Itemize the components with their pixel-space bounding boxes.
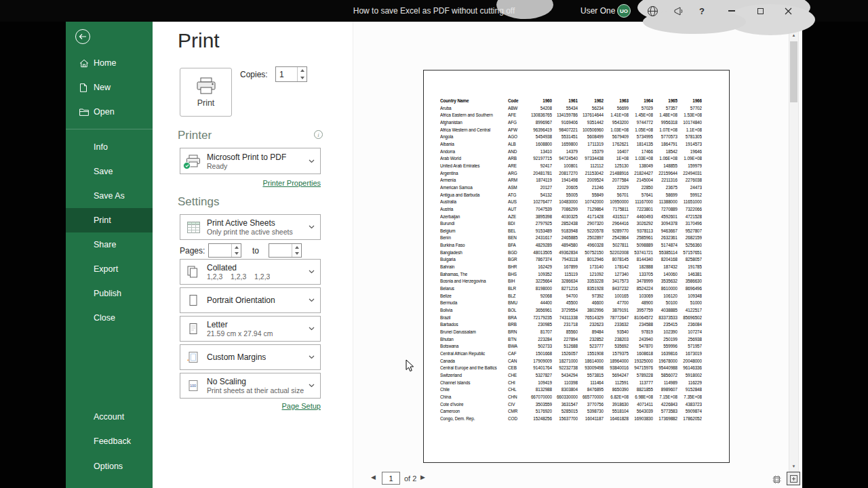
spin-up-icon[interactable] bbox=[295, 246, 299, 249]
print-what-dropdown[interactable]: Print Active Sheets Only print the activ… bbox=[180, 214, 321, 240]
table-row: Country NameCode196019611962196319641965… bbox=[440, 98, 702, 105]
scrollbar-thumb[interactable] bbox=[790, 41, 797, 102]
table-row: SwitzerlandCHE53278275434294557381556942… bbox=[440, 372, 702, 380]
print-button[interactable]: Print bbox=[180, 68, 232, 117]
table-row: BarbadosBRB23098523171823262323363223458… bbox=[440, 321, 702, 329]
sidebar-item-feedback[interactable]: Feedback bbox=[66, 429, 153, 453]
sidebar-item-share[interactable]: Share bbox=[66, 232, 153, 257]
table-row: AustraliaAUS1027647710483000107420001095… bbox=[440, 199, 702, 206]
table-row: Central Europe and the BalticsCEB9140176… bbox=[440, 365, 702, 372]
table-row: BelizeBLZ9206894700973921001651030691061… bbox=[440, 293, 702, 300]
sidebar-item-export[interactable]: Export bbox=[66, 257, 153, 281]
scaling-dropdown[interactable]: 100 No Scaling Print sheets at their act… bbox=[180, 373, 321, 399]
sidebar-item-close[interactable]: Close bbox=[66, 306, 153, 330]
zoom-to-page-button[interactable] bbox=[787, 472, 800, 485]
table-row: Channel IslandsCHI1094191103981114641125… bbox=[440, 380, 702, 387]
back-button[interactable] bbox=[75, 29, 90, 44]
spin-up-icon[interactable] bbox=[300, 69, 304, 72]
sidebar-item-info[interactable]: Info bbox=[66, 135, 153, 159]
svg-text:100: 100 bbox=[190, 384, 196, 388]
sidebar-item-label: New bbox=[94, 83, 111, 92]
pages-to-stepper[interactable] bbox=[269, 243, 302, 258]
printer-heading: Printer bbox=[178, 129, 212, 142]
pages-to-input[interactable] bbox=[269, 244, 292, 257]
sidebar-item-new[interactable]: New bbox=[66, 75, 153, 100]
print-backstage-content: Print Print Copies: Printer i bbox=[153, 22, 802, 488]
sidebar-item-home[interactable]: Home bbox=[66, 51, 153, 75]
spin-down-icon[interactable] bbox=[295, 252, 299, 255]
pages-label: Pages: bbox=[180, 246, 205, 256]
table-row: ArubaABW54208554345623456699570295735757… bbox=[440, 105, 702, 113]
custom-margins-icon: * bbox=[186, 351, 201, 363]
help-icon[interactable]: ? bbox=[696, 5, 708, 17]
sheets-grid-icon bbox=[186, 222, 201, 233]
svg-text:*: * bbox=[187, 359, 189, 363]
printer-icon bbox=[196, 77, 216, 95]
table-row: Brunei DarussalamBRN81707855608948493540… bbox=[440, 329, 702, 336]
margins-dropdown[interactable]: * Custom Margins bbox=[180, 344, 321, 370]
table-row: AlbaniaALB160880016598001711319176262118… bbox=[440, 141, 702, 148]
previous-page-button[interactable]: ◀ bbox=[371, 474, 376, 481]
table-row: Bahamas, TheBHS1093521151191210921273401… bbox=[440, 271, 702, 279]
printer-ready-check-icon bbox=[183, 162, 191, 169]
sidebar-item-options[interactable]: Options bbox=[66, 454, 153, 479]
sidebar-item-account[interactable]: Account bbox=[66, 405, 153, 429]
pages-from-stepper[interactable] bbox=[208, 243, 241, 258]
info-icon[interactable]: i bbox=[314, 130, 323, 139]
new-document-icon bbox=[79, 83, 90, 92]
preview-scrollbar[interactable]: ▲ ▼ bbox=[789, 30, 799, 472]
spin-down-icon[interactable] bbox=[235, 252, 239, 255]
avatar[interactable]: UO bbox=[617, 4, 631, 18]
collation-dropdown[interactable]: Collated 1,2,3 1,2,3 1,2,3 bbox=[180, 259, 321, 285]
orientation-dropdown[interactable]: Portrait Orientation bbox=[180, 287, 321, 313]
paper-size-dropdown[interactable]: Letter 21.59 cm x 27.94 cm bbox=[180, 316, 321, 342]
table-row: ArgentinaARG2048178120817270211530422148… bbox=[440, 170, 702, 178]
sidebar-item-save[interactable]: Save bbox=[66, 159, 153, 184]
minimize-button[interactable] bbox=[719, 0, 745, 22]
window-title: How to save Excel as PDF without cutting… bbox=[353, 6, 515, 16]
chevron-down-icon bbox=[309, 225, 315, 229]
feedback-icon[interactable] bbox=[672, 5, 686, 16]
copies-input[interactable] bbox=[276, 67, 297, 81]
copies-spin-arrows[interactable] bbox=[297, 67, 307, 81]
sidebar-item-label: Home bbox=[94, 58, 116, 68]
sidebar-item-print[interactable]: Print bbox=[66, 208, 153, 232]
user-name: User One bbox=[580, 6, 615, 16]
settings-heading: Settings bbox=[178, 195, 219, 209]
sidebar-item-publish[interactable]: Publish bbox=[66, 281, 153, 306]
table-row: Bosnia and HerzegovinaBIH322566432866343… bbox=[440, 278, 702, 285]
table-row: BoliviaBOL365696137295543802996387919139… bbox=[440, 307, 702, 314]
close-button[interactable] bbox=[774, 0, 802, 22]
globe-icon[interactable] bbox=[646, 5, 659, 17]
table-row: ChileCHL81329888303804847689586503908821… bbox=[440, 386, 702, 394]
printer-dropdown[interactable]: Microsoft Print to PDF Ready bbox=[180, 148, 321, 174]
excel-backstage-window: Home New Open Info Save Save As Print Sh… bbox=[66, 22, 802, 488]
table-row: AfghanistanAFG89969679169406935144295432… bbox=[440, 119, 702, 127]
table-row: Antigua and BarbudaATG541325500555849567… bbox=[440, 192, 702, 199]
close-icon bbox=[785, 7, 792, 15]
table-row: United Arab EmiratesARE92417100801112112… bbox=[440, 163, 702, 170]
backstage-sidebar: Home New Open Info Save Save As Print Sh… bbox=[66, 22, 153, 488]
sidebar-item-open[interactable]: Open bbox=[66, 100, 153, 124]
zoom-to-page-icon bbox=[789, 474, 798, 483]
sidebar-item-save-as[interactable]: Save As bbox=[66, 184, 153, 208]
no-scaling-icon: 100 bbox=[186, 380, 201, 392]
table-row: BermudaBMU444004550046600477004890050100… bbox=[440, 300, 702, 307]
pages-from-input[interactable] bbox=[209, 244, 231, 257]
current-page-input[interactable] bbox=[382, 472, 400, 485]
maximize-button[interactable] bbox=[747, 0, 773, 22]
show-margins-button[interactable] bbox=[771, 474, 783, 485]
home-icon bbox=[79, 59, 90, 68]
spin-down-icon[interactable] bbox=[300, 77, 304, 79]
table-row: CanadaCAN1790900918271000186140001896400… bbox=[440, 358, 702, 365]
next-page-button[interactable]: ▶ bbox=[420, 474, 425, 481]
sidebar-divider bbox=[66, 129, 153, 129]
copies-stepper[interactable] bbox=[275, 66, 307, 82]
printer-properties-link[interactable]: Printer Properties bbox=[180, 179, 321, 187]
copies-label: Copies: bbox=[240, 70, 268, 79]
printer-name: Microsoft Print to PDF bbox=[207, 152, 286, 162]
spin-up-icon[interactable] bbox=[235, 246, 239, 249]
table-row: ChinaCHN6670700006603300006657700006.82E… bbox=[440, 394, 702, 401]
scroll-down-icon[interactable]: ▼ bbox=[789, 462, 798, 471]
page-setup-link[interactable]: Page Setup bbox=[180, 402, 321, 410]
